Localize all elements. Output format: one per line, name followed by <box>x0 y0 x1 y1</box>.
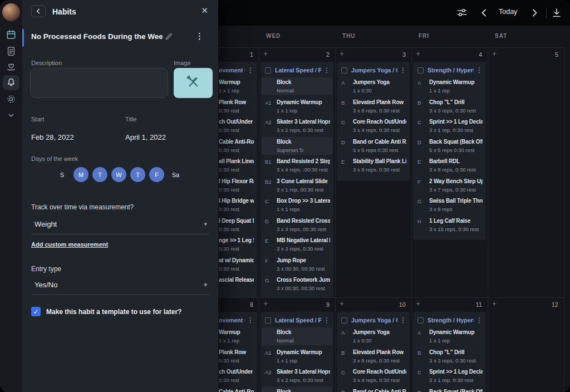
add-workout-button[interactable]: + <box>340 49 344 58</box>
workout-title[interactable]: Jumpers Yoga / Core <box>351 317 397 324</box>
exercise-item: ch Out/Under0:30 rest <box>219 367 254 387</box>
workout-menu-icon[interactable]: ⋮ <box>400 316 406 324</box>
habit-menu-icon[interactable]: ⋮ <box>195 31 204 41</box>
workout-checkbox[interactable] <box>341 317 347 324</box>
workout-menu-icon[interactable]: ⋮ <box>400 66 406 74</box>
exercise-label: A <box>417 329 429 336</box>
exercise-item: B23 Cone Lateral Slide3 x 1 rep, 00:30 r… <box>265 177 330 197</box>
workout-title[interactable]: Lateral Speed / Plyo <box>275 67 321 74</box>
add-workout-button[interactable]: + <box>416 299 420 308</box>
app-window: Today WEDTHUFRISAT+1ovement Q...⋮Warmup1… <box>0 0 570 392</box>
exercise-name: Elevated Plank Row <box>353 349 406 355</box>
workout-menu-icon[interactable]: ⋮ <box>476 66 483 74</box>
title-label: Title <box>125 116 136 122</box>
exercise-name: ch Out/Under <box>219 369 254 375</box>
day-toggle-3[interactable]: W <box>111 167 126 182</box>
calendar-icon[interactable] <box>6 29 17 40</box>
cell-date-number: 5 <box>555 51 558 58</box>
workout-card[interactable]: Strength / Hypertro...⋮ADynamic Warmup1 … <box>413 62 486 240</box>
day-header-sat: SAT <box>495 33 507 39</box>
workout-title[interactable]: ovement Q... <box>219 67 245 74</box>
document-icon[interactable] <box>6 46 17 57</box>
image-picker[interactable] <box>174 68 213 98</box>
exercise-detail: 1 x 1 rep <box>277 357 330 364</box>
add-workout-button[interactable]: + <box>416 49 420 58</box>
exercise-label <box>265 139 277 139</box>
exercise-item: ADynamic Warmup1 x 1 rep <box>417 77 483 97</box>
exercise-label: D <box>417 139 429 145</box>
workout-checkbox[interactable] <box>265 67 271 74</box>
workout-checkbox[interactable] <box>265 317 271 324</box>
workout-menu-icon[interactable]: ⋮ <box>247 66 254 74</box>
heart-hands-icon[interactable] <box>6 61 17 72</box>
workout-menu-icon[interactable]: ⋮ <box>476 316 483 324</box>
bell-icon[interactable] <box>6 77 17 88</box>
exercise-name: Jumpers Yoga <box>353 79 406 85</box>
exercise-detail: 3 x 8 reps <box>429 206 483 212</box>
chevron-down-icon[interactable] <box>6 110 17 121</box>
exercise-name: Core Reach Out/Under <box>353 369 406 375</box>
day-toggle-2[interactable]: T <box>92 167 107 182</box>
day-toggle-6[interactable]: Sa <box>168 167 183 182</box>
add-custom-measurement-link[interactable]: Add custom measurement <box>31 241 108 248</box>
exercise-detail: 1 x 1 reps <box>277 206 330 212</box>
add-workout-button[interactable]: + <box>263 299 268 308</box>
exercise-name: l Hip Flexor Rais... <box>219 178 254 184</box>
end-date-value[interactable]: April 1, 2022 <box>125 133 166 141</box>
exercise-label: C <box>341 119 353 125</box>
workout-menu-icon[interactable]: ⋮ <box>323 66 330 74</box>
workout-title[interactable]: Strength / Hypertro... <box>428 67 474 74</box>
add-workout-button[interactable]: + <box>340 299 344 308</box>
workout-card[interactable]: Jumpers Yoga / Core⋮AJumpers Yoga1 x 0:3… <box>337 62 410 181</box>
days-of-week-row: SMTWTFSa <box>55 167 183 182</box>
close-icon[interactable]: ✕ <box>201 6 208 16</box>
entry-type-select[interactable]: Yes/No ▾ <box>31 278 209 295</box>
add-workout-button[interactable]: + <box>492 299 497 308</box>
workout-card[interactable]: Strength / Hypertro...⋮ADynamic Warmup1 … <box>413 312 486 392</box>
description-input[interactable] <box>30 68 168 98</box>
workout-title[interactable]: Strength / Hypertro... <box>428 317 474 324</box>
gear-icon[interactable] <box>6 94 17 105</box>
measurement-value: Weight <box>35 220 57 228</box>
exercise-label: A <box>417 79 429 86</box>
exercise-item: CSprint >> 1 Leg Declarations3 x 1 rep, … <box>417 367 483 387</box>
exercise-label <box>265 329 277 330</box>
exercise-label: A2 <box>265 119 277 125</box>
exercise-name: 1 Leg Calf Raise <box>429 218 483 224</box>
workout-checkbox[interactable] <box>417 67 424 74</box>
calendar-cell: +5 <box>488 47 564 297</box>
workout-card[interactable]: Jumpers Yoga / Core⋮AJumpers Yoga1 x 0:3… <box>337 312 410 392</box>
avatar[interactable] <box>2 3 20 21</box>
workout-menu-icon[interactable]: ⋮ <box>247 316 254 324</box>
back-button[interactable] <box>31 5 46 17</box>
start-label: Start <box>31 116 44 122</box>
day-toggle-5[interactable]: F <box>149 167 164 182</box>
exercise-name: Warmup <box>219 79 254 85</box>
workout-title[interactable]: Jumpers Yoga / Core <box>351 67 397 74</box>
template-checkbox[interactable]: ✓ <box>31 307 41 316</box>
day-toggle-0[interactable]: S <box>55 167 70 182</box>
exercise-label: F <box>417 178 429 185</box>
workout-title[interactable]: ovement Q... <box>219 317 245 324</box>
exercise-name: Block <box>277 139 332 145</box>
workout-card[interactable]: Lateral Speed / Plyo⋮BlockNormalA1Dynami… <box>261 312 333 392</box>
exercise-name: Dynamic Warmup <box>277 349 330 355</box>
exercise-detail: 3 x 7 reps, 0:30 rest <box>429 187 483 193</box>
measurement-select[interactable]: Weight ▾ <box>31 218 209 234</box>
day-toggle-4[interactable]: T <box>130 167 145 182</box>
edit-icon[interactable] <box>165 32 173 41</box>
start-date-value[interactable]: Feb 28, 2022 <box>31 133 74 141</box>
workout-card[interactable]: Lateral Speed / Plyo⋮BlockNormalA1Dynami… <box>261 62 333 297</box>
block-item: BlockNormal <box>262 327 332 345</box>
exercise-detail: 0:30 rest <box>219 377 254 383</box>
exercise-name: Skater 3 Lateral Hops >> ... <box>277 369 330 375</box>
day-toggle-1[interactable]: M <box>73 167 89 182</box>
workout-checkbox[interactable] <box>341 67 347 74</box>
exercise-detail: 3 x 3 reps, 0:30 rest <box>277 246 330 252</box>
block-item: BlockNormal <box>262 77 332 95</box>
workout-checkbox[interactable] <box>417 317 424 324</box>
add-workout-button[interactable]: + <box>492 49 497 58</box>
workout-title[interactable]: Lateral Speed / Plyo <box>275 317 321 324</box>
workout-menu-icon[interactable]: ⋮ <box>323 316 330 324</box>
add-workout-button[interactable]: + <box>263 49 268 58</box>
